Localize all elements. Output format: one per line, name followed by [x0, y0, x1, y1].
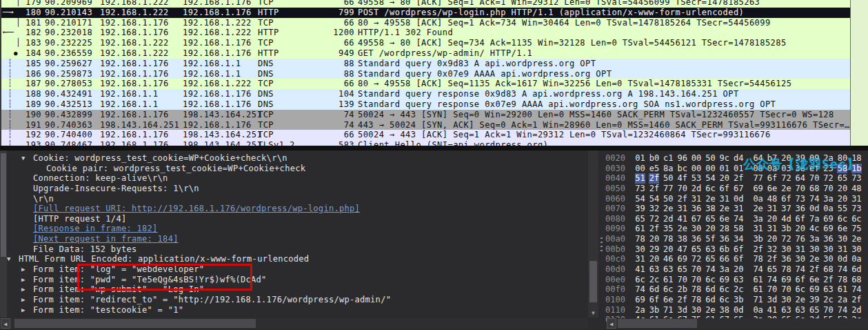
- packet-row[interactable]: ┆19090.432899192.168.1.176198.143.164.25…: [1, 110, 868, 120]
- packet-row[interactable]: │18390.232225192.168.1.222192.168.1.176T…: [1, 38, 868, 48]
- panel-splitter[interactable]: [598, 151, 605, 330]
- related-packet-marker: ┆: [1, 120, 22, 130]
- detail-tree-line[interactable]: Upgrade-Insecure-Requests: 1\r\n: [0, 184, 588, 194]
- hex-row[interactable]: 00a078207838365f36343b2072763a36302e: [605, 234, 865, 244]
- hex-row[interactable]: 0100696f6e2f786d6c3b713d302e392c2a2f: [605, 295, 865, 305]
- packet-row[interactable]: ┆18990.432513192.168.1.1192.168.1.176DNS…: [1, 99, 868, 110]
- detail-text: [HTTP request 1/4]: [33, 214, 126, 224]
- hex-row[interactable]: 00f0746d6c2b786d6c2c6170706c69636174: [605, 284, 865, 295]
- scroll-left-icon[interactable]: ◀: [1, 318, 10, 329]
- packet-destination: 192.168.1.176: [183, 120, 258, 130]
- collapsed-arrow-icon[interactable]: ▶: [21, 264, 26, 275]
- hex-horizontal-scrollbar[interactable]: ◀ ▶: [607, 318, 868, 329]
- packet-destination: 192.168.1.1: [183, 69, 258, 79]
- packet-source: 192.168.1.176: [100, 140, 183, 146]
- packet-row[interactable]: ┆18690.259873192.168.1.176192.168.1.1DNS…: [1, 69, 868, 79]
- hex-row[interactable]: 00b03029204765636b6f2f32303130303130: [605, 244, 865, 255]
- packet-number: 181: [22, 18, 41, 28]
- packet-row[interactable]: ┆18590.259627192.168.1.176192.168.1.1DNS…: [1, 59, 868, 69]
- hex-byte: 73: [795, 194, 805, 204]
- detail-tree-line[interactable]: \r\n: [0, 194, 588, 204]
- packet-length: 949: [313, 48, 354, 59]
- hex-row[interactable]: 008065722d4167656e743a204d6f7a696c6c: [605, 214, 865, 224]
- packet-row[interactable]: ──→18090.210143192.168.1.222192.168.1.17…: [1, 8, 868, 18]
- hex-byte: 2e: [677, 224, 687, 234]
- detail-link[interactable]: [Response in frame: 182]: [33, 224, 158, 233]
- scrollbar-thumb[interactable]: [618, 319, 697, 328]
- detail-vertical-scrollbar[interactable]: ▼: [588, 151, 598, 318]
- packet-row[interactable]: ●18490.236559192.168.1.222192.168.1.176H…: [1, 48, 868, 59]
- expanded-arrow-icon[interactable]: ▼: [21, 153, 26, 164]
- detail-tree-line[interactable]: Cookie pair: wordpress_test_cookie=WP+Co…: [0, 164, 588, 174]
- hex-row[interactable]: 01102a3b713d302e380d0a4163636570742d: [605, 305, 865, 316]
- collapsed-arrow-icon[interactable]: ▶: [21, 275, 26, 285]
- hex-byte: 78: [635, 234, 645, 244]
- hex-byte: 2f: [767, 254, 778, 264]
- hex-byte: 68: [809, 184, 820, 194]
- detail-tree-line[interactable]: File Data: 152 bytes: [0, 244, 588, 255]
- detail-tree-line[interactable]: ▶Form item: "pwd" = "Te5eQg&4sBS!Yr$)wf%…: [0, 275, 588, 285]
- panel-divider[interactable]: [0, 146, 868, 151]
- detail-tree-line[interactable]: [Response in frame: 182]: [0, 224, 588, 234]
- hex-byte: 23: [823, 164, 834, 174]
- hex-byte: 6c: [705, 275, 716, 285]
- hex-byte: 20: [837, 184, 847, 194]
- hex-row[interactable]: 007039322e3136382e312e3137360d0a5573: [605, 204, 865, 214]
- hex-byte: 3a: [753, 214, 763, 224]
- detail-tree-line[interactable]: ▼HTML Form URL Encoded: application/x-ww…: [0, 254, 588, 264]
- hex-byte: 65: [809, 305, 820, 316]
- detail-tree-line[interactable]: ▶Form item: "wp-submit" = "Log In": [0, 284, 588, 295]
- packet-row[interactable]: ←──18290.232018192.168.1.176192.168.1.22…: [1, 28, 868, 38]
- hex-byte: 31: [719, 194, 729, 204]
- packet-protocol: DNS: [258, 99, 313, 110]
- hex-byte: 36: [719, 234, 729, 244]
- detail-horizontal-scrollbar[interactable]: ◀: [1, 318, 587, 329]
- packet-row[interactable]: ┆18890.432491192.168.1.1192.168.1.176DNS…: [1, 89, 868, 99]
- packet-list-vertical-scrollbar[interactable]: [850, 0, 868, 146]
- hex-row[interactable]: 003000e58abc00000101080a033eef23581b: [605, 164, 865, 174]
- detail-tree-line[interactable]: [Full request URI: http://192.168.1.176/…: [0, 204, 588, 214]
- hex-row[interactable]: 00e06c2c6170706c69636174696f6e2f7868: [605, 275, 865, 285]
- detail-tree-line[interactable]: ▼Cookie: wordpress_test_cookie=WP+Cookie…: [0, 153, 588, 164]
- hex-byte: 67: [692, 214, 702, 224]
- hex-byte: 72: [823, 173, 834, 184]
- collapsed-arrow-icon[interactable]: ▶: [21, 305, 26, 316]
- packet-row[interactable]: ┆19390.748467192.168.1.176198.143.164.25…: [1, 140, 868, 146]
- packet-source: 192.168.1.176: [100, 110, 183, 120]
- expanded-arrow-icon[interactable]: ▼: [7, 254, 11, 264]
- hex-byte: 70: [781, 284, 791, 295]
- hex-row[interactable]: 00c0312046697265666f782f36302e300d0a: [605, 254, 865, 264]
- packet-row[interactable]: ┆19190.740363198.143.164.251192.168.1.17…: [1, 120, 868, 130]
- detail-tree-line[interactable]: [HTTP request 1/4]: [0, 214, 588, 224]
- related-packet-marker: ┆: [1, 99, 22, 110]
- hex-row[interactable]: 00605454502f312e310d0a486f73743a2031: [605, 194, 865, 204]
- packet-row[interactable]: │17990.209969192.168.1.222192.168.1.176T…: [1, 0, 868, 8]
- scroll-down-icon[interactable]: ▼: [588, 310, 598, 316]
- hex-byte: 30: [692, 224, 702, 234]
- packet-row[interactable]: │18190.210171192.168.1.176192.168.1.222T…: [1, 18, 868, 28]
- hex-row[interactable]: 0040512f504f5354202f776f726470726573: [605, 173, 865, 184]
- collapsed-arrow-icon[interactable]: ▶: [21, 295, 26, 305]
- detail-text: Upgrade-Insecure-Requests: 1\r\n: [33, 184, 199, 193]
- detail-tree-line[interactable]: ▶Form item: "testcookie" = "1": [0, 305, 588, 316]
- hex-row[interactable]: 0090612f352e3020285831313b204c696e75: [605, 224, 865, 234]
- hex-row[interactable]: 00d04163636570743a20746578742f68746d: [605, 264, 865, 275]
- packet-row[interactable]: ┆19290.740400192.168.1.176198.143.164.25…: [1, 130, 868, 140]
- detail-tree-line[interactable]: [Next request in frame: 184]: [0, 234, 588, 244]
- detail-tree-line[interactable]: Connection: keep-alive\r\n: [0, 173, 588, 184]
- packet-row[interactable]: ┆18790.278053192.168.1.176192.168.1.222T…: [1, 79, 868, 89]
- hex-byte: 65: [705, 214, 716, 224]
- detail-link[interactable]: [Next request in frame: 184]: [33, 234, 179, 244]
- hex-row[interactable]: 0050732f77702d6c6f67696e2e7068702048: [605, 184, 865, 194]
- hex-byte: 2f: [753, 244, 763, 255]
- collapsed-arrow-icon[interactable]: ▶: [21, 284, 26, 295]
- scrollbar-thumb[interactable]: [589, 261, 597, 302]
- detail-tree-line[interactable]: ▶Form item: "redirect_to" = "http://192.…: [0, 295, 588, 305]
- hex-byte: 96: [677, 153, 687, 164]
- scrollbar-thumb[interactable]: [14, 319, 256, 328]
- scroll-left-icon[interactable]: ◀: [607, 318, 616, 329]
- detail-link[interactable]: [Full request URI: http://192.168.1.176/…: [33, 204, 360, 213]
- hex-row[interactable]: 002001b0c19600509cd464b72039092a8018: [605, 153, 865, 164]
- detail-tree-line[interactable]: ▶Form item: "log" = "webdeveloper": [0, 264, 588, 275]
- hex-byte: 5f: [705, 234, 716, 244]
